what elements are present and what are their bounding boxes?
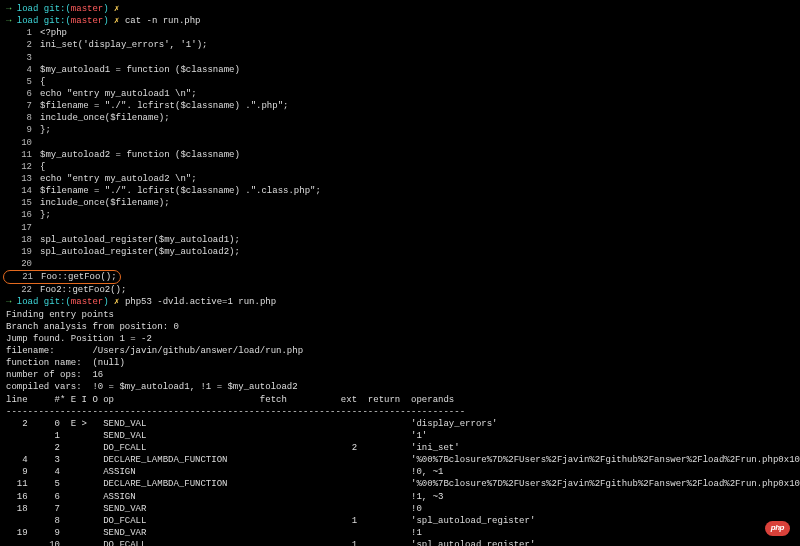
git-open: git:(	[44, 16, 71, 26]
source-code: ini_set('display_errors', '1');	[40, 39, 207, 51]
line-number: 2	[6, 39, 40, 51]
source-code: $filename = "./". lcfirst($classname) ."…	[40, 185, 321, 197]
vld-info-line: function name: (null)	[6, 357, 794, 369]
command-text: cat -n run.php	[119, 16, 200, 26]
line-number: 3	[6, 52, 40, 64]
source-line: 16};	[6, 209, 794, 221]
line-number: 9	[6, 124, 40, 136]
opcode-row: 16 6 ASSIGN !1, ~3	[6, 491, 794, 503]
line-number: 17	[6, 222, 40, 234]
git-close: )	[103, 16, 108, 26]
line-number: 5	[6, 76, 40, 88]
line-number: 6	[6, 88, 40, 100]
source-code: <?php	[40, 27, 67, 39]
opcode-row: 11 5 DECLARE_LAMBDA_FUNCTION '%00%7Bclos…	[6, 478, 794, 490]
source-code: $filename = "./". lcfirst($classname) ."…	[40, 100, 288, 112]
opcode-row: 8 DO_FCALL 1 'spl_autoload_register'	[6, 515, 794, 527]
source-line: 12{	[6, 161, 794, 173]
source-line: 19spl_autoload_register($my_autoload2);	[6, 246, 794, 258]
cwd: load	[17, 16, 39, 26]
vld-info-line: number of ops: 16	[6, 369, 794, 381]
git-branch: master	[71, 4, 103, 14]
source-code: spl_autoload_register($my_autoload2);	[40, 246, 240, 258]
source-code: echo "entry my_autoload1 \n";	[40, 88, 197, 100]
opcode-row: 2 DO_FCALL 2 'ini_set'	[6, 442, 794, 454]
arrow-icon: →	[6, 16, 11, 26]
source-line: 5{	[6, 76, 794, 88]
vld-info-line: compiled vars: !0 = $my_autoload1, !1 = …	[6, 381, 794, 393]
source-line: 3	[6, 52, 794, 64]
line-number: 12	[6, 161, 40, 173]
source-code: include_once($filename);	[40, 197, 170, 209]
git-open: git:(	[44, 297, 71, 307]
arrow-icon: →	[6, 4, 11, 14]
source-code: include_once($filename);	[40, 112, 170, 124]
source-line: 6 echo "entry my_autoload1 \n";	[6, 88, 794, 100]
prompt-line-3[interactable]: → load git:(master) ✗ php53 -dvld.active…	[6, 296, 794, 308]
line-number: 11	[6, 149, 40, 161]
source-line: 18spl_autoload_register($my_autoload1);	[6, 234, 794, 246]
command-text: php53 -dvld.active=1 run.php	[119, 297, 276, 307]
line-number: 15	[6, 197, 40, 209]
source-code: echo "entry my_autoload2 \n";	[40, 173, 197, 185]
line-number: 19	[6, 246, 40, 258]
source-line: 17	[6, 222, 794, 234]
opcode-row: 9 4 ASSIGN !0, ~1	[6, 466, 794, 478]
vld-info-line: Finding entry points	[6, 309, 794, 321]
line-number: 18	[6, 234, 40, 246]
source-line: 1<?php	[6, 27, 794, 39]
vld-info-line: Jump found. Position 1 = -2	[6, 333, 794, 345]
source-line: 14 $filename = "./". lcfirst($classname)…	[6, 185, 794, 197]
git-close: )	[103, 4, 108, 14]
opcode-table: 2 0 E > SEND_VAL 'display_errors' 1 SEND…	[6, 418, 794, 546]
line-number: 14	[6, 185, 40, 197]
source-code: };	[40, 124, 51, 136]
source-line: 15 include_once($filename);	[6, 197, 794, 209]
source-line: 7 $filename = "./". lcfirst($classname) …	[6, 100, 794, 112]
prompt-line-1: → load git:(master) ✗	[6, 3, 794, 15]
line-number: 1	[6, 27, 40, 39]
line-number: 20	[6, 258, 40, 270]
source-code: $my_autoload1 = function ($classname)	[40, 64, 240, 76]
source-line: 21Foo::getFoo();	[6, 270, 794, 284]
php-badge: php	[765, 521, 790, 536]
source-line: 20	[6, 258, 794, 270]
cwd: load	[17, 4, 39, 14]
dirty-icon: ✗	[114, 4, 119, 14]
git-branch: master	[71, 16, 103, 26]
source-line: 2ini_set('display_errors', '1');	[6, 39, 794, 51]
vld-header: Finding entry pointsBranch analysis from…	[6, 309, 794, 394]
source-code: };	[40, 209, 51, 221]
source-code: Foo::getFoo();	[41, 272, 117, 282]
source-code: spl_autoload_register($my_autoload1);	[40, 234, 240, 246]
source-line: 4$my_autoload1 = function ($classname)	[6, 64, 794, 76]
line-number: 8	[6, 112, 40, 124]
line-number: 22	[6, 284, 40, 296]
opcode-row: 18 7 SEND_VAR !0	[6, 503, 794, 515]
line-number: 16	[6, 209, 40, 221]
source-line: 8 include_once($filename);	[6, 112, 794, 124]
opcode-row: 19 9 SEND_VAR !1	[6, 527, 794, 539]
line-number: 4	[6, 64, 40, 76]
source-code: {	[40, 161, 45, 173]
source-code: Foo2::getFoo2();	[40, 284, 126, 296]
vld-info-line: filename: /Users/javin/github/answer/loa…	[6, 345, 794, 357]
opcode-dashes: ----------------------------------------…	[6, 406, 794, 418]
opcode-header: line #* E I O op fetch ext return operan…	[6, 394, 794, 406]
git-branch: master	[71, 297, 103, 307]
arrow-icon: →	[6, 297, 11, 307]
source-line: 13 echo "entry my_autoload2 \n";	[6, 173, 794, 185]
source-line: 9};	[6, 124, 794, 136]
opcode-row: 1 SEND_VAL '1'	[6, 430, 794, 442]
opcode-row: 2 0 E > SEND_VAL 'display_errors'	[6, 418, 794, 430]
vld-info-line: Branch analysis from position: 0	[6, 321, 794, 333]
git-close: )	[103, 297, 108, 307]
source-line: 11$my_autoload2 = function ($classname)	[6, 149, 794, 161]
line-number: 10	[6, 137, 40, 149]
cwd: load	[17, 297, 39, 307]
source-line: 10	[6, 137, 794, 149]
prompt-line-2[interactable]: → load git:(master) ✗ cat -n run.php	[6, 15, 794, 27]
source-code: $my_autoload2 = function ($classname)	[40, 149, 240, 161]
highlight-box: 21Foo::getFoo();	[3, 270, 121, 284]
source-code: {	[40, 76, 45, 88]
